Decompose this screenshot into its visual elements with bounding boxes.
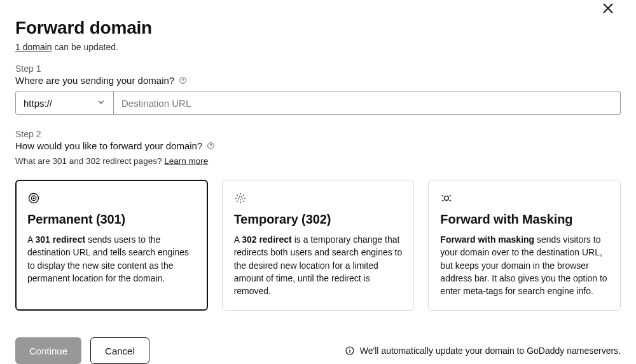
subtitle: 1 domain can be updated. — [15, 42, 621, 52]
svg-point-18 — [445, 196, 449, 201]
destination-url-input[interactable] — [114, 91, 621, 115]
footer-actions: Continue Cancel — [15, 337, 149, 364]
destination-input-row: https:// — [15, 91, 621, 115]
card-temporary-302[interactable]: Temporary (302) A 302 redirect is a temp… — [222, 180, 415, 311]
footer: Continue Cancel We'll automatically upda… — [0, 337, 636, 364]
domain-count-link[interactable]: 1 domain — [15, 42, 52, 52]
step-2-label: Step 2 — [15, 129, 621, 139]
svg-line-14 — [237, 195, 237, 196]
dialog-content: Forward domain 1 domain can be updated. … — [0, 0, 636, 311]
protocol-select[interactable]: https:// — [15, 91, 114, 115]
svg-point-3 — [183, 82, 183, 83]
step-2-question: How would you like to forward your domai… — [15, 140, 621, 151]
continue-button[interactable]: Continue — [15, 337, 81, 364]
step-1-label: Step 1 — [15, 64, 621, 74]
card-desc: A 302 redirect is a temporary change tha… — [234, 233, 403, 297]
card-desc-prefix: A — [27, 234, 35, 245]
help-icon[interactable] — [206, 142, 215, 151]
chevron-down-icon — [97, 98, 106, 109]
svg-line-17 — [243, 195, 244, 196]
card-desc: A 301 redirect sends users to the destin… — [27, 233, 196, 285]
sun-icon — [234, 192, 247, 205]
card-desc-bold: 302 redirect — [242, 234, 292, 245]
card-permanent-301[interactable]: Permanent (301) A 301 redirect sends use… — [15, 180, 208, 311]
card-desc: Forward with masking sends visitors to y… — [440, 233, 609, 297]
card-desc-bold: Forward with masking — [440, 234, 534, 245]
svg-line-16 — [237, 201, 237, 201]
redirect-hint-text: What are 301 and 302 redirect pages? — [15, 156, 164, 166]
card-forward-masking[interactable]: Forward with Masking Forward with maskin… — [428, 180, 621, 311]
close-icon — [601, 1, 615, 17]
step-2-question-text: How would you like to forward your domai… — [15, 140, 202, 151]
card-desc-prefix: A — [234, 234, 242, 245]
svg-point-21 — [349, 348, 350, 349]
page-title: Forward domain — [15, 18, 621, 38]
svg-point-9 — [238, 196, 242, 199]
protocol-value: https:// — [24, 98, 52, 109]
step-1-question-text: Where are you sending your domain? — [15, 75, 174, 86]
forward-type-cards: Permanent (301) A 301 redirect sends use… — [15, 180, 621, 311]
info-icon — [345, 346, 355, 356]
card-title: Temporary (302) — [234, 212, 403, 227]
card-desc-bold: 301 redirect — [35, 234, 85, 245]
card-title: Permanent (301) — [27, 212, 196, 227]
footer-note-text: We'll automatically update your domain t… — [360, 346, 621, 356]
help-icon[interactable] — [178, 76, 187, 85]
step-2: Step 2 How would you like to forward you… — [15, 129, 621, 166]
subtitle-rest: can be updated. — [52, 42, 118, 52]
cancel-button[interactable]: Cancel — [90, 337, 149, 364]
step-1-question: Where are you sending your domain? — [15, 75, 621, 86]
step-1: Step 1 Where are you sending your domain… — [15, 64, 621, 115]
redirect-hint: What are 301 and 302 redirect pages? Lea… — [15, 156, 621, 166]
svg-point-8 — [33, 198, 34, 199]
footer-note: We'll automatically update your domain t… — [345, 346, 621, 356]
mask-icon — [440, 192, 453, 205]
svg-line-15 — [243, 201, 244, 201]
close-button[interactable] — [599, 0, 617, 18]
card-title: Forward with Masking — [440, 212, 609, 227]
learn-more-link[interactable]: Learn more — [164, 156, 208, 166]
svg-point-5 — [211, 147, 211, 148]
target-icon — [27, 192, 40, 205]
